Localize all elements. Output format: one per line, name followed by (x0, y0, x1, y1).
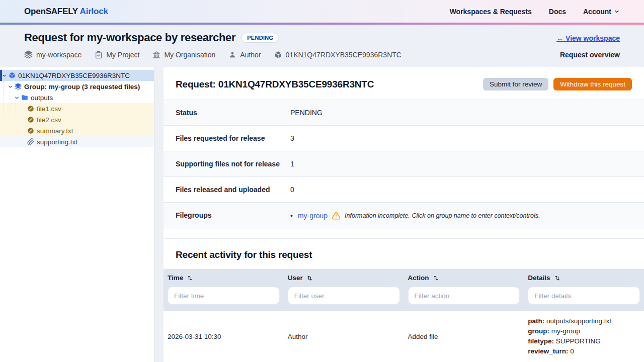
tree-item-file2-csv[interactable]: file2.csv (0, 114, 154, 125)
info-label: Status (176, 109, 290, 117)
meta-author-label: Author (240, 51, 261, 59)
info-label: Files requested for release (176, 134, 290, 142)
cube-icon (9, 72, 16, 79)
warning-icon (332, 211, 341, 220)
meta-organisation-label: My Organisation (164, 51, 215, 59)
info-value: 3 (290, 134, 294, 142)
info-row-files-released: Files released and uploaded 0 (164, 176, 644, 202)
detail-key: group: (528, 327, 549, 335)
info-row-files-requested: Files requested for release 3 (164, 125, 644, 151)
detail-key: path: (528, 317, 544, 325)
request-info-table: Status PENDING Files requested for relea… (164, 100, 644, 229)
filter-action-input[interactable] (408, 287, 520, 305)
tree-guide-line (10, 92, 10, 147)
tree-item-request-root[interactable]: 01KN1Q47RDXYB35CE9936R3NTC (0, 70, 154, 81)
recent-activity-section: Recent activity for this request Time Us… (164, 238, 644, 361)
file-tree-sidebar: 01KN1Q47RDXYB35CE9936R3NTC Group: my-gro… (0, 67, 154, 362)
info-row-status: Status PENDING (164, 100, 644, 125)
info-label: Supporting files not for release (176, 160, 290, 168)
cube-icon (274, 51, 282, 59)
request-meta: my-workspace My Project My Organisation … (24, 50, 401, 59)
detail-line: path: outputs/supporting.txt (528, 316, 640, 326)
request-main-panel: Request: 01KN1Q47RDXYB35CE9936R3NTC Subm… (164, 67, 644, 362)
bank-icon (152, 51, 160, 59)
withdraw-request-button[interactable]: Withdraw this request (553, 78, 632, 90)
submit-for-review-button[interactable]: Submit for review (483, 78, 548, 90)
brand-primary: OpenSAFELY (24, 7, 78, 16)
chevron-down-icon (614, 9, 620, 15)
chevron-down-icon[interactable] (8, 84, 13, 89)
column-header-details[interactable]: Details (524, 269, 644, 287)
top-navbar: OpenSAFELY Airlock Workspaces & Requests… (0, 0, 644, 23)
sort-icon[interactable] (306, 275, 313, 281)
nav-links: Workspaces & Requests Docs Account (450, 8, 620, 16)
sidebar-scrollbar-gutter[interactable] (154, 67, 164, 362)
layers-icon (15, 83, 22, 90)
meta-request-id: 01KN1Q47RDXYB35CE9936R3NTC (274, 51, 401, 59)
filter-time-input[interactable] (168, 287, 280, 305)
user-icon (228, 51, 236, 59)
filter-details-input[interactable] (528, 287, 640, 305)
pending-file-icon (27, 116, 34, 123)
tree-item-folder-outputs[interactable]: outputs (0, 92, 154, 103)
column-label: Action (408, 274, 429, 282)
tree-item-label: outputs (31, 94, 53, 102)
info-row-filegroups: Filegroups my-group Information incomple… (164, 202, 644, 229)
tree-item-file1-csv[interactable]: file1.csv (0, 103, 154, 114)
filegroup-warning-note: Information incomplete. Click on group n… (345, 212, 540, 219)
detail-value: outputs/supporting.txt (546, 317, 611, 325)
request-overview-label: Request overview (560, 51, 620, 59)
nav-docs[interactable]: Docs (549, 8, 566, 16)
detail-value: SUPPORTING (556, 337, 601, 345)
column-label: Time (168, 274, 183, 282)
column-header-action[interactable]: Action (404, 269, 524, 287)
tree-item-label: 01KN1Q47RDXYB35CE9936R3NTC (18, 72, 130, 79)
tree-item-label: file2.csv (37, 116, 61, 124)
activity-table-row: 2026-03-31 10:30 Author Added file path:… (164, 311, 644, 361)
tree-item-group-my-group[interactable]: Group: my-group (3 requested files) (0, 81, 154, 92)
column-header-time[interactable]: Time (164, 269, 284, 287)
detail-value: 0 (570, 347, 574, 355)
detail-value: my-group (551, 327, 580, 335)
pending-file-icon (27, 105, 34, 112)
chevron-down-icon[interactable] (14, 95, 20, 101)
meta-project-label: My Project (106, 51, 139, 59)
filter-user-input[interactable] (288, 287, 400, 305)
nav-workspaces-requests[interactable]: Workspaces & Requests (450, 8, 532, 16)
sort-icon[interactable] (433, 275, 439, 281)
sort-icon[interactable] (554, 275, 560, 281)
filegroup-link[interactable]: my-group (298, 212, 328, 220)
recent-activity-title: Recent activity for this request (164, 239, 644, 269)
detail-line: review_turn: 0 (528, 346, 640, 356)
tree-item-label: file1.csv (37, 105, 61, 113)
pending-file-icon (27, 127, 34, 134)
detail-key: review_turn: (528, 347, 568, 355)
paperclip-icon (27, 138, 34, 145)
meta-organisation: My Organisation (152, 51, 215, 59)
activity-filter-row (164, 287, 644, 311)
brand-logo[interactable]: OpenSAFELY Airlock (24, 7, 108, 17)
brand-secondary: Airlock (80, 7, 108, 16)
tree-guide-line (16, 103, 16, 147)
layers-icon (24, 50, 33, 59)
sort-icon[interactable] (187, 275, 193, 281)
activity-table-header: Time User Action Details (164, 269, 644, 287)
meta-author: Author (228, 51, 261, 59)
column-label: User (288, 274, 303, 282)
chevron-down-icon[interactable] (2, 73, 7, 78)
tree-item-supporting-txt[interactable]: supporting.txt (0, 136, 154, 147)
tree-item-label: summary.txt (37, 127, 73, 135)
info-label: Filegroups (176, 211, 290, 219)
info-label: Files released and uploaded (176, 186, 290, 194)
detail-line: group: my-group (528, 326, 640, 336)
activity-user-cell: Author (284, 328, 404, 345)
meta-workspace: my-workspace (24, 50, 82, 59)
detail-line: filetype: SUPPORTING (528, 336, 640, 346)
meta-workspace-label: my-workspace (36, 51, 82, 59)
detail-key: filetype: (528, 337, 554, 345)
nav-account-menu[interactable]: Account (583, 8, 620, 16)
column-header-user[interactable]: User (284, 269, 404, 287)
tree-item-label: supporting.txt (37, 138, 77, 146)
view-workspace-link[interactable]: ← View workspace (556, 34, 620, 42)
tree-item-summary-txt[interactable]: summary.txt (0, 125, 154, 136)
